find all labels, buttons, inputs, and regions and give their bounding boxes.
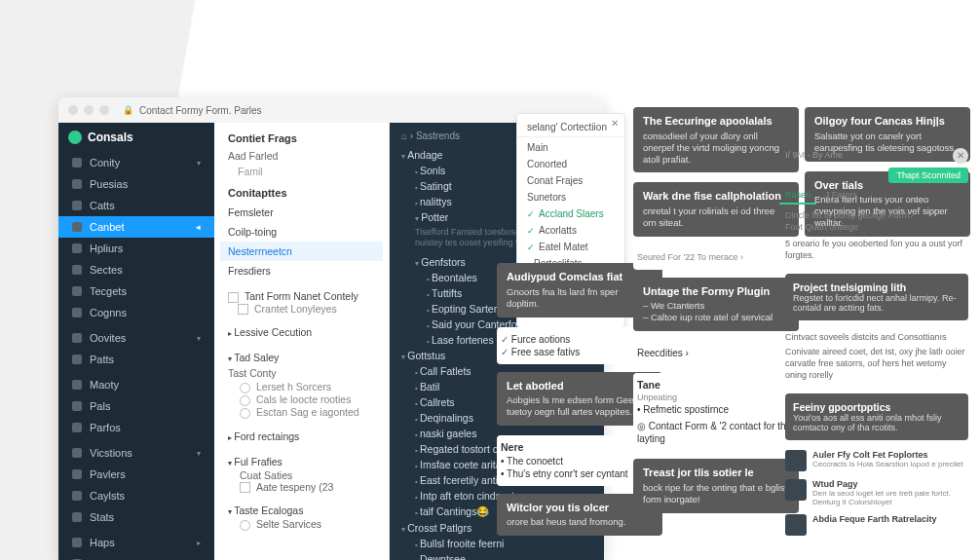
section-header: Conitapttes	[228, 187, 375, 199]
group-summary[interactable]: Ful Frafies	[228, 454, 375, 469]
group-summary[interactable]: Tad Saley	[228, 350, 375, 365]
card-body: bock ripe for the onting that e bglist f…	[643, 482, 789, 505]
tree-item[interactable]: Dewntsee	[401, 551, 592, 560]
sidebar-item-label: Parfos	[90, 422, 121, 433]
sidebar-item[interactable]: Hpliurs	[58, 238, 214, 259]
sidebar-item-label: Pals	[90, 400, 110, 412]
sidebar-item[interactable]: Parfos	[58, 417, 214, 438]
radio-item[interactable]: Lerset h Sorcers	[228, 381, 375, 393]
option-row[interactable]: Nesterrneetcn	[220, 242, 383, 261]
sidebar-item[interactable]: Pals	[58, 395, 214, 417]
list-item[interactable]: Abdia Feque Farth Ratrelacity	[779, 510, 974, 540]
sidebar-item[interactable]: Vicstions	[58, 442, 214, 464]
sidebar-item[interactable]: Interviecs	[58, 553, 214, 560]
list-item[interactable]: Auler Ffy Colt Fet FoplortesCeccracts is…	[779, 446, 974, 475]
popover-item[interactable]: ✓Acorlatts	[517, 222, 624, 239]
checkbox-item[interactable]: Crantet Lonyleyes	[228, 303, 375, 316]
sub-item[interactable]: Cuat Saties	[228, 469, 375, 481]
sidebar-item[interactable]: Conity	[58, 152, 214, 173]
popover-item[interactable]: ✓Eatel Matet	[517, 239, 624, 255]
nav-icon	[72, 469, 82, 479]
item-title: Wtud Pagy	[812, 479, 968, 489]
sidebar-item[interactable]: Catts	[58, 195, 214, 216]
checkbox-item[interactable]: Aate tespeny (23	[228, 481, 375, 494]
sidebar-item[interactable]: Caylsts	[58, 485, 214, 506]
nav-icon	[72, 243, 82, 253]
radio-item[interactable]: Selte Sarvices	[228, 518, 375, 531]
collapsible-group[interactable]: Ford rectaings	[228, 429, 375, 444]
sidebar-item-label: Sectes	[90, 264, 123, 276]
chevron-right-icon: ›	[685, 348, 688, 358]
plain-card: TaneUnpeatingRefmetic spostirnce◎ Contac…	[633, 373, 799, 451]
nav-icon	[72, 158, 82, 168]
sidebar-item[interactable]: Sectes	[58, 259, 214, 280]
sidebar-item[interactable]: Tecgets	[58, 280, 214, 302]
highlight-card: Feeiny gpoortpptics Youi'os aos all ess …	[785, 393, 968, 440]
sidebar-item-label: Conity	[90, 157, 120, 168]
sidebar-item[interactable]: Cognns	[58, 302, 214, 323]
option-row[interactable]: Coilp-toing	[220, 222, 383, 242]
popover-item[interactable]: ✓Accland Slaers	[517, 205, 624, 222]
sidebar-item[interactable]: Pavlers	[58, 464, 214, 485]
sidebar-item[interactable]: Canbet	[58, 216, 214, 238]
popover-item[interactable]: Sunetors	[517, 189, 624, 205]
group-summary[interactable]: Lessive Cecution	[228, 324, 375, 340]
popover-item[interactable]: Main	[517, 139, 624, 156]
collapsible-group[interactable]: Ful Frafies Cuat Saties Aate tespeny (23	[228, 454, 375, 494]
collapsible-group[interactable]: Lessive Cecution	[228, 324, 375, 340]
collapsible-group[interactable]: Tad Saley Tast Conty Lerset h SorcersCal…	[228, 350, 375, 418]
brand[interactable]: Consals	[58, 123, 214, 152]
nav-icon	[72, 286, 82, 296]
group-summary[interactable]: Ford rectaings	[228, 429, 375, 444]
checkbox-group-title[interactable]: Tant Form Nanet Contely	[228, 290, 375, 303]
card-body: Gnoorts fna lts lard fm sper dopltim.	[507, 286, 653, 310]
close-icon[interactable]: ✕	[611, 118, 619, 129]
card-footer: ◎ Contact Form & '2 contact for the layt…	[637, 420, 795, 445]
check-icon: ✓	[527, 226, 535, 236]
sidebar-item[interactable]: Maoty	[58, 374, 214, 395]
radio-item[interactable]: Esctan Sag e iagonted	[228, 406, 375, 419]
add-link[interactable]: Aad Farled	[228, 148, 375, 164]
bullet-line: Refmetic spostirnce	[637, 403, 795, 416]
popover-item[interactable]: Conat Frajes	[517, 172, 624, 189]
popover-item[interactable]: Conorted	[517, 156, 624, 172]
card-list: We CtantertsCaltoe iup rote atel of serv…	[643, 300, 789, 323]
card-title: Audiypud Comclas fiat	[507, 271, 653, 284]
sidebar-item[interactable]: Stats	[58, 506, 214, 528]
nav-icon	[72, 538, 82, 547]
collapsible-group[interactable]: Taste Ecalogas Selte Sarvices	[228, 503, 375, 531]
option-row[interactable]: Femsleter	[220, 203, 383, 222]
card-title: The Eecuringe apoolalals	[643, 115, 789, 129]
sidebar-item[interactable]: Puesias	[58, 173, 214, 195]
card-title: Wark dne fise callpholation	[643, 190, 789, 204]
info-card: The Eecuringe apoolalalsconsodieel of yo…	[633, 107, 799, 172]
item-subtitle: Den la seod loget let ore trett pale for…	[812, 489, 968, 506]
nav-icon	[72, 491, 82, 501]
sidebar-item-label: Catts	[90, 200, 115, 211]
card-title: Oilgoy four Cancas Hinjļs	[814, 115, 961, 129]
tab-active[interactable]: Rasen	[779, 187, 816, 205]
option-row[interactable]: Fresdiers	[220, 261, 383, 280]
sidebar-item[interactable]: Oovites	[58, 327, 214, 349]
primary-button[interactable]: Thapt Sconnited	[888, 168, 968, 183]
card-title: Project tnelsigming lith	[793, 281, 961, 293]
sidebar-item[interactable]: Haps	[58, 532, 214, 553]
group-summary[interactable]: Taste Ecalogas	[228, 503, 375, 518]
sidebar-item-label: Vicstions	[90, 447, 132, 459]
sidebar-item-label: Puesias	[90, 178, 128, 190]
lead-text: Dincle fet ta porsy gectige Forrn?	[785, 210, 968, 222]
close-icon[interactable]: ✕	[953, 148, 968, 164]
card-title: Untage the Formy Plugin	[643, 285, 789, 299]
sidebar-item[interactable]: Patts	[58, 349, 214, 370]
sidebar-item-label: Tecgets	[90, 285, 127, 297]
lead-text: Foot Quert ontiege	[785, 222, 968, 234]
radio-item[interactable]: Cals le loocte rooties	[228, 393, 375, 406]
traffic-light-min[interactable]	[84, 105, 94, 115]
tab[interactable]: J Farers	[819, 187, 863, 203]
plain-card: Reecdities ›	[633, 341, 799, 365]
card-subtitle: Unpeating	[637, 392, 795, 404]
card-body: Youi'os aos all ess aniti onla mhot fsli…	[793, 413, 961, 432]
traffic-light-close[interactable]	[68, 105, 78, 115]
traffic-light-max[interactable]	[99, 105, 109, 115]
list-item[interactable]: Wtud PagyDen la seod loget let ore trett…	[779, 475, 974, 510]
